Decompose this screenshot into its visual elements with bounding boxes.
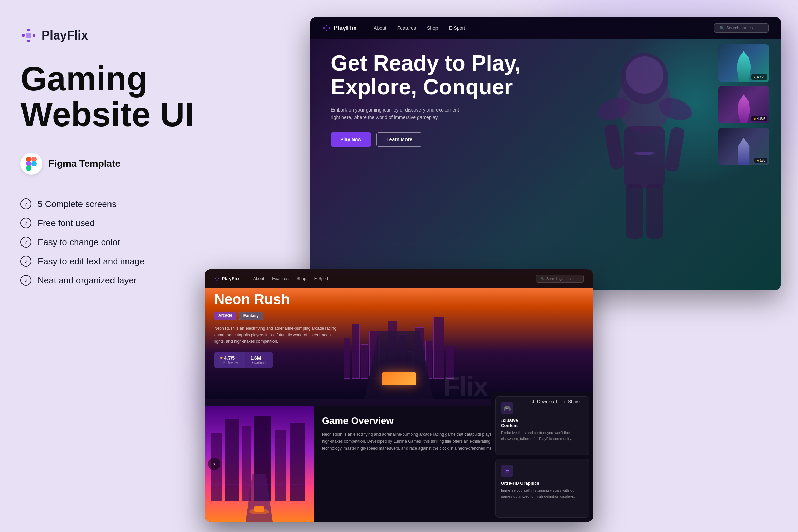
svg-rect-19 <box>664 126 685 172</box>
rating-star: ★ <box>220 356 223 360</box>
hero-subtitle: Embark on your gaming journey of discove… <box>331 106 467 121</box>
neon-city-image <box>205 406 314 522</box>
svg-rect-29 <box>218 278 219 279</box>
figma-icon <box>20 153 42 175</box>
game-cards: ★ 4.8/5 ★ 4.6/5 ★ 5/5 <box>718 44 773 165</box>
screen2-nav-logo: PlayFlix <box>214 276 240 281</box>
svg-rect-28 <box>215 278 216 279</box>
svg-rect-17 <box>646 184 663 239</box>
building-3 <box>361 344 368 379</box>
s2-nav-about[interactable]: About <box>253 276 264 281</box>
svg-rect-4 <box>26 33 31 38</box>
game-figure-3 <box>735 138 753 165</box>
nav-search-main[interactable]: 🔍 Search games <box>714 23 769 33</box>
play-now-button[interactable]: Play Now <box>331 132 371 147</box>
search-icon-main: 🔍 <box>719 26 724 30</box>
hero-buttons: Play Now Learn More <box>331 132 522 147</box>
svg-point-8 <box>31 161 37 166</box>
svg-rect-32 <box>225 419 239 501</box>
nav-link-esport[interactable]: E-Sport <box>449 25 465 31</box>
screenshot-second: PlayFlix About Features Shop E-Sport 🔍 S… <box>205 269 593 522</box>
s2-nav-esport[interactable]: E-Sport <box>314 276 328 281</box>
prev-button[interactable]: ‹ <box>208 458 220 470</box>
share-icon: ↑ <box>564 399 566 404</box>
screenshots-area: PlayFlix About Features Shop E-Sport 🔍 S… <box>215 0 798 532</box>
learn-more-button[interactable]: Learn More <box>376 132 422 147</box>
share-button[interactable]: ↑ Share <box>564 399 580 404</box>
download-button[interactable]: ⬇ Download <box>531 399 557 404</box>
screen-nav: PlayFlix About Features Shop E-Sport 🔍 S… <box>310 17 781 39</box>
main-title: GamingWebsite UI <box>20 61 194 132</box>
feature-item-5: ✓ Neat and organized layer <box>20 275 194 286</box>
left-panel: PlayFlix GamingWebsite UI Figma Template… <box>0 0 215 532</box>
game-title: Neon Rush <box>214 291 337 308</box>
feat-card-desc-graphics: Immerse yourself in stunning visuals wit… <box>501 488 583 499</box>
hero-content: Get Ready to Play, Explore, Conquer Emba… <box>331 51 522 147</box>
search-icon-second: 🔍 <box>541 277 545 281</box>
screen2-nav: PlayFlix About Features Shop E-Sport 🔍 S… <box>205 269 593 288</box>
game-card-1[interactable]: ★ 4.8/5 <box>718 44 769 82</box>
download-icon: ⬇ <box>531 399 535 404</box>
svg-rect-23 <box>326 30 327 31</box>
svg-rect-9 <box>26 165 31 171</box>
game-tags: Arcade Fantasy <box>214 312 337 320</box>
feature-cards: 🎮 xclusiveContent Exclusive titles and c… <box>491 392 593 522</box>
svg-rect-1 <box>27 40 30 42</box>
downloads-value: 1.6M <box>250 355 267 361</box>
feat-card-icon-1: 🎮 <box>501 402 513 414</box>
nav-logo-main: PlayFlix <box>323 24 357 32</box>
svg-rect-22 <box>326 25 327 26</box>
star-icon-3: ★ <box>756 159 759 162</box>
rating-sub: 20K Reviews <box>220 361 239 365</box>
stat-downloads: 1.6M Downloads <box>245 352 272 368</box>
svg-point-12 <box>626 56 663 94</box>
search-placeholder-main: Search games <box>726 26 753 30</box>
check-icon-1: ✓ <box>20 198 31 209</box>
nav-link-about[interactable]: About <box>374 25 386 31</box>
tag-arcade: Arcade <box>214 312 236 320</box>
game-card-rating-2: ★ 4.6/5 <box>751 116 767 121</box>
svg-rect-15 <box>624 126 665 188</box>
svg-point-20 <box>634 152 655 155</box>
s2-nav-features[interactable]: Features <box>272 276 288 281</box>
star-icon-1: ★ <box>753 75 756 79</box>
nav-logo-text-second: PlayFlix <box>222 276 240 281</box>
feat-card-1: 🎮 xclusiveContent Exclusive titles and c… <box>495 396 589 455</box>
check-icon-3: ✓ <box>20 237 31 248</box>
game-stats: ★ 4.7/5 20K Reviews 1.6M Downloads <box>214 352 337 368</box>
check-icon-4: ✓ <box>20 256 31 267</box>
svg-rect-3 <box>33 34 35 37</box>
check-icon-2: ✓ <box>20 218 31 228</box>
game-description: Neon Rush is an electrifying and adrenal… <box>214 325 337 345</box>
feature-item-1: ✓ 5 Complete screens <box>20 198 194 209</box>
game-card-rating-1: ★ 4.8/5 <box>751 74 767 80</box>
svg-rect-25 <box>329 27 330 29</box>
nav-logo-icon-main <box>323 24 331 32</box>
feat-card-desc-exclusive: Exclusive titles and content you won't f… <box>501 430 583 441</box>
s2-nav-search[interactable]: 🔍 Search games <box>536 275 584 283</box>
feat-card-title-exclusive: xclusiveContent <box>501 418 583 428</box>
nav-link-features[interactable]: Features <box>397 25 416 31</box>
game-card-2[interactable]: ★ 4.6/5 <box>718 86 769 123</box>
downloads-sub: Downloads <box>250 361 267 365</box>
nav-link-shop[interactable]: Shop <box>427 25 438 31</box>
car-on-road <box>382 372 416 385</box>
logo-area: PlayFlix <box>20 27 194 44</box>
svg-rect-41 <box>254 506 264 512</box>
screenshot-main: PlayFlix About Features Shop E-Sport 🔍 S… <box>310 17 781 290</box>
screen2-content: Neon Rush Arcade Fantasy Neon Rush is an… <box>214 291 337 368</box>
rating-value: ★ 4.7/5 <box>220 355 239 361</box>
game-card-3[interactable]: ★ 5/5 <box>718 128 769 165</box>
tag-fantasy: Fantasy <box>239 312 263 320</box>
svg-rect-2 <box>22 34 25 37</box>
check-icon-5: ✓ <box>20 275 31 286</box>
svg-rect-24 <box>323 27 325 29</box>
feature-item-2: ✓ Free font used <box>20 218 194 228</box>
feat-card-title-graphics: Ultra-HD Graphics <box>501 481 583 486</box>
figma-badge: Figma Template <box>20 153 194 175</box>
stat-rating: ★ 4.7/5 20K Reviews <box>214 352 245 368</box>
game-card-rating-3: ★ 5/5 <box>754 158 767 163</box>
features-list: ✓ 5 Complete screens ✓ Free font used ✓ … <box>20 198 194 286</box>
figma-label: Figma Template <box>48 158 120 169</box>
s2-nav-shop[interactable]: Shop <box>297 276 306 281</box>
